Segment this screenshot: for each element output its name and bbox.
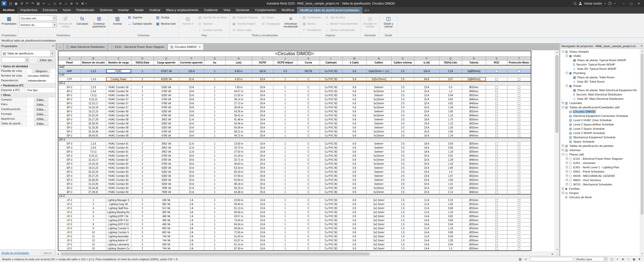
property-value-button[interactable]: Editar... xyxy=(34,103,49,106)
cell-L[interactable]: Cu PVC B2 xyxy=(320,93,342,97)
cell-E[interactable]: 558 VA xyxy=(154,243,179,247)
cell-R[interactable]: 2x[Ø40mm] xyxy=(462,77,486,81)
cell-E[interactable]: 7696 VA xyxy=(154,190,179,194)
cell-N[interactable]: 3x1.5mm² xyxy=(366,202,391,206)
cell-O[interactable]: 1.5 xyxy=(391,198,414,202)
cell-M[interactable]: 0.8 xyxy=(342,239,366,243)
menu-tab-estructura[interactable]: Estructura xyxy=(40,7,60,14)
cell-M[interactable]: 0.8 xyxy=(342,130,366,134)
cell-F[interactable]: 130 A xyxy=(179,69,204,73)
cell-J[interactable]: 1 xyxy=(273,114,297,118)
tree-item-level-2-space-airflow-schedule[interactable]: ▤Level 2 Space Airflow Schedule xyxy=(561,122,640,126)
cell-P[interactable]: 11 A xyxy=(414,202,439,206)
cell-D[interactable]: 2 xyxy=(131,166,154,170)
cell-E[interactable]: 6780 VA xyxy=(154,162,179,166)
rcd-checkbox[interactable] xyxy=(495,211,498,214)
cell-P[interactable]: 32 A xyxy=(414,89,439,93)
cell-F[interactable]: 11 A xyxy=(179,146,204,150)
cell-S[interactable] xyxy=(486,146,507,150)
cell-Q[interactable]: 1.41 xyxy=(439,182,462,186)
cell-O[interactable]: 2.5 xyxy=(391,77,414,81)
cell-P[interactable]: 23 A xyxy=(414,110,439,114)
cell-F[interactable]: 2 A xyxy=(179,243,204,247)
cell-J[interactable]: 1 xyxy=(273,174,297,178)
cell-Q[interactable]: 1.18 xyxy=(439,150,462,154)
cell-H[interactable]: 44.57 m xyxy=(225,89,252,93)
expand-icon[interactable]: + xyxy=(566,183,568,185)
cell-B[interactable]: 7,9,11 xyxy=(81,150,106,154)
column-letter-H[interactable]: H xyxy=(225,57,252,60)
column-header-ocpd-adjust[interactable]: OCPD Adjust xyxy=(273,60,297,65)
cell-O[interactable]: 1.5 xyxy=(391,218,414,222)
cell-P[interactable]: 32 A xyxy=(414,134,439,138)
cell-F[interactable]: 19 A xyxy=(179,154,204,158)
cell-S[interactable] xyxy=(486,186,507,190)
cell-H[interactable]: 21.92 m xyxy=(225,93,252,97)
cell-L[interactable]: Cu PVC B2 xyxy=(320,89,342,93)
cell-O[interactable]: 2.5 xyxy=(391,142,414,146)
cell-A[interactable]: LP-2 xyxy=(58,214,81,218)
cell-F[interactable]: 51 A xyxy=(179,77,204,81)
type-selector[interactable]: ▤ Tabla de planificació... ▾ xyxy=(1,50,54,57)
menu-tab-colaborar[interactable]: Colaborar xyxy=(201,7,221,14)
cell-G[interactable]: 1 xyxy=(204,110,225,114)
cell-K[interactable]: C xyxy=(297,114,320,118)
cell-O[interactable]: 2.5 xyxy=(391,97,414,102)
cell-R[interactable]: Ø32mm xyxy=(462,178,486,182)
editing-requests-icon[interactable]: ≡ xyxy=(523,257,528,261)
cell-I[interactable]: 10 A xyxy=(252,235,273,239)
cell-L[interactable]: Cu PVC B2 xyxy=(320,110,342,114)
cell-K[interactable]: C xyxy=(297,170,320,174)
column-header-ocpd[interactable]: OCPD xyxy=(252,60,273,65)
collapse-icon[interactable]: − xyxy=(562,153,564,155)
property-value[interactable]: <Ninguno> xyxy=(27,69,56,73)
cell-B[interactable]: 2,4,6 xyxy=(81,89,106,93)
cell-H[interactable]: 27.72 m xyxy=(225,102,252,106)
cell-C[interactable]: HVAC Corridor 58 xyxy=(106,122,131,126)
column-letter-K[interactable]: K xyxy=(297,57,320,60)
cell-D[interactable]: 2 xyxy=(131,170,154,174)
filter-icon[interactable]: ▼ xyxy=(637,257,642,261)
cell-D[interactable]: 2 xyxy=(131,102,154,106)
cell-P[interactable]: 14 A xyxy=(414,222,439,226)
tree-item-plano-de-planta-toilet-room[interactable]: ▦Plano de planta: Toilet Room xyxy=(561,75,640,79)
cell-N[interactable]: 3x1.5mm² xyxy=(366,198,391,202)
cell-B[interactable]: 32,34,36 xyxy=(81,186,106,190)
cell-N[interactable]: 5x10mm² xyxy=(366,134,391,138)
cell-Q[interactable]: 1.34 xyxy=(439,106,462,110)
element-filter-arrow-icon[interactable]: ▾ xyxy=(25,58,29,62)
cell-G[interactable]: 1 xyxy=(204,93,225,97)
cell-F[interactable]: 15 A xyxy=(179,85,204,89)
cell-D[interactable]: 2 xyxy=(131,206,154,210)
scroll-right-icon[interactable]: ▶ xyxy=(550,252,555,256)
cell-D[interactable]: 2 xyxy=(131,114,154,118)
cell-N[interactable]: 3x1.5mm² xyxy=(366,235,391,239)
cell-P[interactable]: 11 A xyxy=(414,226,439,231)
cell-P[interactable]: 11 A xyxy=(414,198,439,202)
cell-N[interactable]: 3x2.5mm² xyxy=(366,222,391,226)
cell-Q[interactable]: 0.83 xyxy=(439,146,462,150)
cell-C[interactable]: HVAC Corridor 57 xyxy=(106,97,131,102)
cell-R[interactable]: Ø25mm xyxy=(462,146,486,150)
cell-D[interactable]: 2 xyxy=(131,162,154,166)
column-letter-T[interactable]: T xyxy=(507,57,531,60)
motor-protection-checkbox[interactable] xyxy=(518,126,520,129)
exclude-options-icon[interactable]: ▢ xyxy=(609,257,614,261)
cell-J[interactable]: 0.9 xyxy=(273,69,297,73)
browser-scroll-down-icon[interactable]: ▼ xyxy=(640,252,644,256)
cell-J[interactable]: 1 xyxy=(273,85,297,89)
cell-R[interactable]: Ø32mm xyxy=(462,170,486,174)
ocultar-button[interactable]: ▥Ocultar xyxy=(155,14,178,20)
cell-M[interactable]: 0.8 xyxy=(342,97,366,102)
cell-C[interactable]: HVAC Corridor 81 xyxy=(106,142,131,146)
cell-T[interactable] xyxy=(507,85,531,89)
motor-protection-checkbox[interactable] xyxy=(518,219,520,222)
column-letter-B[interactable]: B xyxy=(81,57,106,60)
cell-A[interactable]: EP-3 xyxy=(58,166,81,170)
cell-N[interactable]: 5x6mm² xyxy=(366,170,391,174)
motor-protection-checkbox[interactable] xyxy=(518,187,520,189)
expand-icon[interactable]: + xyxy=(566,170,568,173)
cell-F[interactable]: 19 A xyxy=(179,134,204,138)
cell-J[interactable]: 1 xyxy=(273,106,297,110)
cell-I[interactable]: 25 A xyxy=(252,130,273,134)
